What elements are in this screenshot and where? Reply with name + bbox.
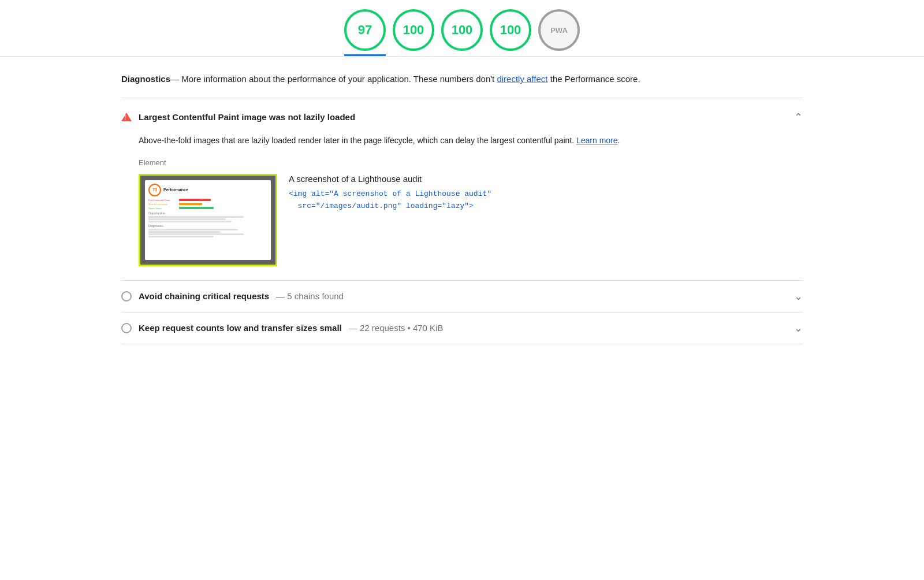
score-circle-pwa: PWA — [538, 9, 580, 51]
score-circle-100-a: 100 — [393, 9, 434, 51]
element-info: A screenshot of a Lighthouse audit <img … — [289, 174, 803, 213]
chevron-down-icon-critical[interactable]: ⌄ — [794, 290, 803, 303]
element-row: 73 Performance First Contentful Paint Ti… — [139, 174, 803, 266]
circle-icon-critical — [121, 291, 132, 302]
scores-row: 97 100 100 100 PWA — [0, 0, 924, 56]
warning-triangle-icon — [121, 113, 132, 121]
audit-request-title: Keep request counts low and transfer siz… — [139, 323, 342, 333]
score-pwa[interactable]: PWA — [538, 9, 580, 56]
diagnostics-label: Diagnostics — [121, 74, 170, 84]
directly-affect-link[interactable]: directly affect — [497, 74, 547, 84]
score-circle-100-b: 100 — [441, 9, 483, 51]
main-content: Diagnostics— More information about the … — [87, 57, 837, 344]
audit-lcp-lazy-load: Largest Contentful Paint image was not l… — [121, 101, 803, 281]
audit-lcp-description: Above-the-fold images that are lazily lo… — [139, 134, 803, 147]
score-accessibility[interactable]: 100 — [393, 9, 434, 56]
score-best-practices[interactable]: 100 — [441, 9, 483, 56]
score-circle-97: 97 — [344, 9, 386, 51]
chevron-up-icon[interactable]: ⌃ — [794, 111, 803, 124]
element-code: <img alt="A screenshot of a Lighthouse a… — [289, 188, 803, 213]
audit-critical-header[interactable]: Avoid chaining critical requests — 5 cha… — [121, 281, 803, 312]
circle-icon-requests — [121, 323, 132, 333]
chevron-down-icon-requests[interactable]: ⌄ — [794, 322, 803, 334]
audit-lcp-content: Above-the-fold images that are lazily lo… — [121, 134, 803, 280]
audit-critical-meta: — 5 chains found — [276, 291, 344, 301]
element-img-name: A screenshot of a Lighthouse audit — [289, 174, 803, 184]
element-thumbnail: 73 Performance First Contentful Paint Ti… — [139, 174, 277, 266]
section-divider — [121, 98, 803, 98]
diagnostics-section: Diagnostics— More information about the … — [121, 57, 803, 95]
audit-critical-requests: Avoid chaining critical requests — 5 cha… — [121, 281, 803, 313]
learn-more-link[interactable]: Learn more — [576, 136, 618, 145]
audit-lcp-header[interactable]: Largest Contentful Paint image was not l… — [121, 101, 803, 134]
element-label: Element — [139, 158, 803, 167]
audit-request-header[interactable]: Keep request counts low and transfer siz… — [121, 313, 803, 344]
audit-request-counts: Keep request counts low and transfer siz… — [121, 313, 803, 344]
score-performance[interactable]: 97 — [344, 9, 386, 56]
audit-critical-title: Avoid chaining critical requests — [139, 291, 269, 301]
score-circle-100-c: 100 — [490, 9, 531, 51]
score-underline-active — [344, 54, 386, 56]
audit-request-meta: — 22 requests • 470 KiB — [349, 323, 444, 333]
score-seo[interactable]: 100 — [490, 9, 531, 56]
audit-lcp-title: Largest Contentful Paint image was not l… — [139, 112, 355, 122]
